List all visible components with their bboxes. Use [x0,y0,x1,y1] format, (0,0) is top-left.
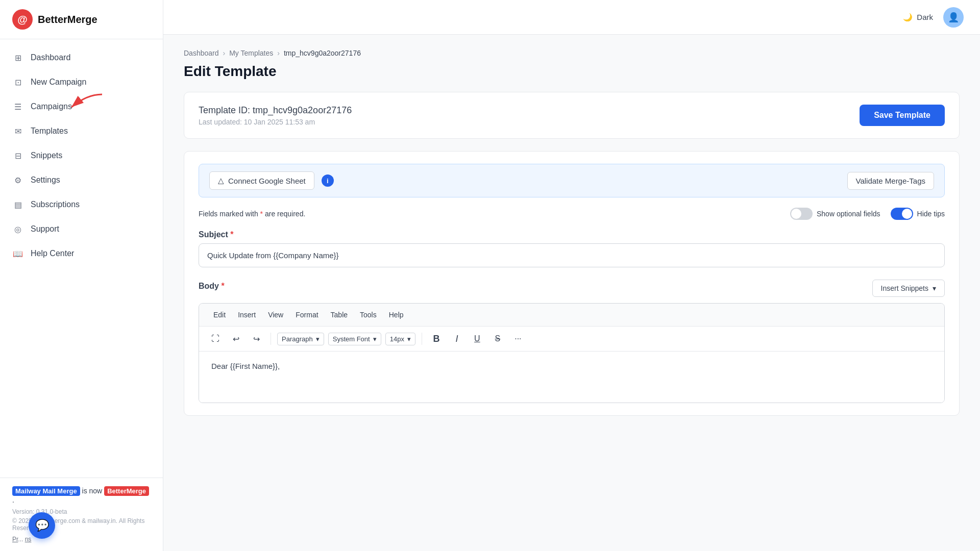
bold-button[interactable]: B [428,331,445,347]
hide-tips-label: Hide tips [917,210,945,218]
template-updated: Last updated: 10 Jan 2025 11:53 am [199,118,352,126]
sidebar-item-label: Help Center [31,249,74,258]
terms-link[interactable]: ns [25,536,32,543]
subscriptions-icon: ▤ [12,199,23,210]
help-center-icon: 📖 [12,248,23,259]
breadcrumb-dashboard[interactable]: Dashboard [184,49,219,57]
menu-item-edit[interactable]: Edit [207,308,232,322]
footer-announcement: Mailway Mail Merge is now BetterMerge . [12,486,151,504]
campaigns-icon: ☰ [12,101,23,112]
toggle-thumb [791,209,801,219]
template-info-card: Template ID: tmp_hcv9g0a2oor27176 Last u… [184,92,960,139]
user-avatar[interactable]: 👤 [943,7,964,28]
sidebar-item-snippets[interactable]: ⊟ Snippets [0,143,163,168]
toggles-area: Show optional fields Hide tips [790,208,945,220]
editor-menubar: Edit Insert View Format Table Tools Help [199,304,944,327]
privacy-link[interactable]: Pr [12,536,18,543]
sidebar-item-support[interactable]: ◎ Support [0,217,163,241]
sidebar-item-label: Templates [31,127,68,136]
sidebar-item-subscriptions[interactable]: ▤ Subscriptions [0,192,163,217]
sidebar-item-campaigns[interactable]: ☰ Campaigns [0,94,163,119]
menu-item-table[interactable]: Table [325,308,354,322]
fullscreen-button[interactable]: ⛶ [207,331,224,347]
sidebar-item-label: Dashboard [31,53,70,62]
toolbar-sep-1 [271,333,271,345]
version-text: Version: 0.31.0-beta [12,508,151,515]
underline-button[interactable]: U [469,331,485,347]
connect-left: △ Connect Google Sheet i [209,171,334,190]
dark-mode-toggle[interactable]: 🌙 Dark [903,13,933,22]
top-bar: 🌙 Dark 👤 [163,0,980,35]
new-campaign-icon: ⊡ [12,77,23,88]
font-size-select[interactable]: 14px ▾ [385,333,415,345]
fields-notice: Fields marked with * are required. Show … [199,208,945,220]
avatar-icon: 👤 [948,12,959,23]
bettermerge-badge: BetterMerge [104,486,149,496]
subject-input[interactable] [199,243,945,267]
sidebar-footer: Mailway Mail Merge is now BetterMerge . … [0,478,163,551]
snippets-icon: ⊟ [12,150,23,161]
editor-body[interactable]: Dear {{First Name}}, [199,352,944,403]
sidebar-nav: ⊞ Dashboard ⊡ New Campaign ☰ Campaigns ✉… [0,39,163,478]
body-label: Body * [199,282,225,291]
sidebar-item-new-campaign[interactable]: ⊡ New Campaign [0,70,163,94]
sidebar-item-label: New Campaign [31,78,86,87]
sidebar-item-help-center[interactable]: 📖 Help Center [0,241,163,266]
show-optional-toggle[interactable] [790,208,813,220]
subject-required-star: * [230,230,233,239]
more-options-button[interactable]: ··· [510,331,526,347]
page-area: Dashboard › My Templates › tmp_hcv9g0a2o… [163,35,980,551]
connect-bar: △ Connect Google Sheet i Validate Merge-… [199,164,945,197]
menu-item-help[interactable]: Help [383,308,410,322]
chat-bubble-button[interactable]: 💬 [29,512,55,539]
rich-text-editor: Edit Insert View Format Table Tools Help… [199,303,945,403]
undo-button[interactable]: ↩ [228,331,244,347]
menu-item-tools[interactable]: Tools [354,308,383,322]
breadcrumb-sep-2: › [277,49,280,57]
hide-tips-toggle[interactable] [891,208,913,220]
editor-toolbar: ⛶ ↩ ↪ Paragraph ▾ System Font ▾ 14px ▾ [199,327,944,352]
template-id: Template ID: tmp_hcv9g0a2oor27176 [199,105,352,116]
save-template-button[interactable]: Save Template [860,105,945,126]
body-required-star: * [221,282,224,290]
font-select[interactable]: System Font ▾ [328,333,381,345]
sidebar-item-label: Support [31,224,59,234]
mailway-badge: Mailway Mail Merge [12,486,80,496]
google-sheet-icon: △ [218,176,224,185]
editor-card: △ Connect Google Sheet i Validate Merge-… [184,151,960,416]
sidebar-item-templates[interactable]: ✉ Templates [0,119,163,143]
sidebar-item-dashboard[interactable]: ⊞ Dashboard [0,45,163,70]
logo-area: @ BetterMerge [0,0,163,39]
templates-icon: ✉ [12,126,23,137]
hide-tips-toggle-group: Hide tips [891,208,945,220]
subject-label: Subject * [199,230,945,239]
page-title: Edit Template [184,63,960,80]
menu-item-format[interactable]: Format [289,308,324,322]
dashboard-icon: ⊞ [12,52,23,63]
paragraph-select[interactable]: Paragraph ▾ [277,333,324,345]
redo-button[interactable]: ↪ [248,331,264,347]
show-optional-toggle-group: Show optional fields [790,208,880,220]
toolbar-sep-2 [422,333,422,345]
breadcrumb-sep-1: › [223,49,226,57]
breadcrumb-current: tmp_hcv9g0a2oor27176 [284,49,361,57]
connect-google-sheet-button[interactable]: △ Connect Google Sheet [209,171,314,190]
info-icon[interactable]: i [322,174,334,187]
sidebar-item-settings[interactable]: ⚙ Settings [0,168,163,192]
template-info-details: Template ID: tmp_hcv9g0a2oor27176 Last u… [199,105,352,126]
menu-item-view[interactable]: View [262,308,289,322]
sidebar-item-label: Settings [31,176,60,185]
italic-button[interactable]: I [449,331,465,347]
sidebar-item-label: Campaigns [31,102,72,111]
main-content: 🌙 Dark 👤 Dashboard › My Templates › tmp_… [163,0,980,551]
chevron-down-icon: ▾ [407,335,411,343]
sidebar: @ BetterMerge ⊞ Dashboard ⊡ New Campaign… [0,0,163,551]
body-header: Body * Insert Snippets ▾ [199,280,945,297]
menu-item-insert[interactable]: Insert [232,308,262,322]
breadcrumb-my-templates[interactable]: My Templates [229,49,273,57]
required-star: * [260,210,263,218]
insert-snippets-button[interactable]: Insert Snippets ▾ [872,280,945,297]
chevron-down-icon: ▾ [933,284,936,292]
validate-merge-tags-button[interactable]: Validate Merge-Tags [847,172,934,190]
strikethrough-button[interactable]: S [489,331,506,347]
